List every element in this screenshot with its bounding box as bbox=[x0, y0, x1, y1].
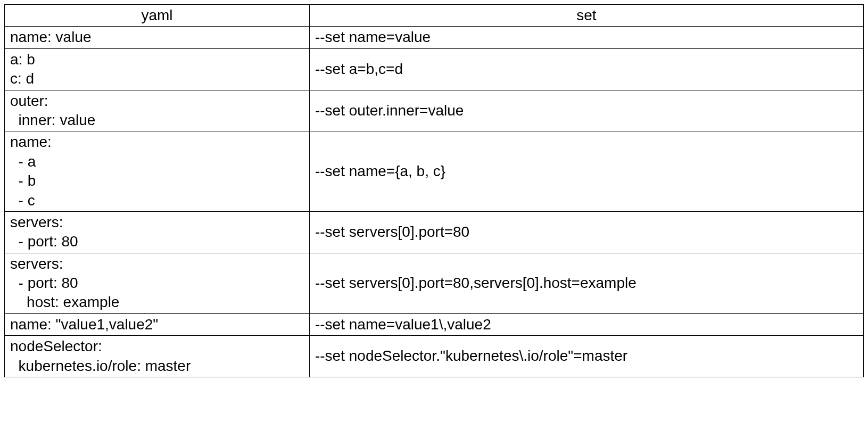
set-cell: --set outer.inner=value bbox=[309, 90, 863, 131]
set-cell: --set servers[0].port=80 bbox=[309, 211, 863, 253]
yaml-cell: servers: - port: 80 bbox=[5, 211, 310, 253]
table-row: name: - a - b - c --set name={a, b, c} bbox=[5, 131, 864, 212]
header-set: set bbox=[309, 5, 863, 27]
yaml-cell: servers: - port: 80 host: example bbox=[5, 253, 310, 313]
set-cell: --set servers[0].port=80,servers[0].host… bbox=[309, 253, 863, 313]
header-yaml: yaml bbox=[5, 5, 310, 27]
yaml-cell: name: value bbox=[5, 27, 310, 48]
table-row: name: value --set name=value bbox=[5, 27, 864, 48]
table-row: servers: - port: 80 --set servers[0].por… bbox=[5, 211, 864, 253]
yaml-cell: nodeSelector: kubernetes.io/role: master bbox=[5, 336, 310, 377]
set-cell: --set name={a, b, c} bbox=[309, 131, 863, 212]
set-cell: --set nodeSelector."kubernetes\.io/role"… bbox=[309, 336, 863, 377]
table-header-row: yaml set bbox=[5, 5, 864, 27]
yaml-cell: name: "value1,value2" bbox=[5, 313, 310, 335]
table-row: name: "value1,value2" --set name=value1\… bbox=[5, 313, 864, 335]
yaml-set-table: yaml set name: value --set name=value a:… bbox=[4, 4, 864, 377]
table-row: nodeSelector: kubernetes.io/role: master… bbox=[5, 336, 864, 377]
set-cell: --set a=b,c=d bbox=[309, 48, 863, 90]
yaml-cell: a: b c: d bbox=[5, 48, 310, 90]
yaml-cell: outer: inner: value bbox=[5, 90, 310, 131]
table-row: a: b c: d --set a=b,c=d bbox=[5, 48, 864, 90]
table-row: outer: inner: value --set outer.inner=va… bbox=[5, 90, 864, 131]
table-row: servers: - port: 80 host: example --set … bbox=[5, 253, 864, 313]
yaml-cell: name: - a - b - c bbox=[5, 131, 310, 212]
set-cell: --set name=value bbox=[309, 27, 863, 48]
set-cell: --set name=value1\,value2 bbox=[309, 313, 863, 335]
